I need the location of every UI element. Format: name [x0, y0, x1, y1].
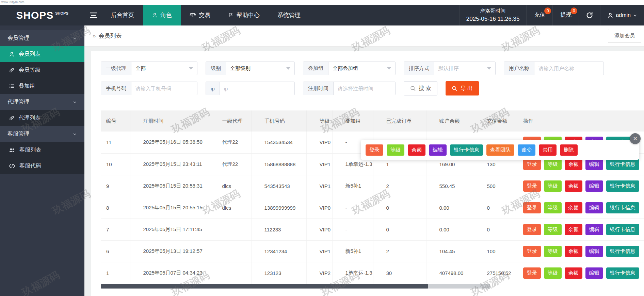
popup-action-change-button[interactable]: 账变 — [518, 144, 535, 156]
phone-input[interactable] — [131, 82, 207, 95]
popup-action-login-button[interactable]: 登录 — [366, 144, 383, 156]
action-login-button[interactable]: 登录 — [523, 267, 541, 279]
nav-item-角色[interactable]: 角色 — [143, 5, 181, 25]
sidebar-group-label: 会员管理 — [7, 35, 29, 42]
admin-menu[interactable]: admin — [600, 5, 644, 25]
close-icon[interactable]: ✕ — [630, 133, 641, 144]
cell-actions: 登录等级余额编辑银行卡信息 — [510, 175, 644, 197]
action-balance-button[interactable]: 余额 — [565, 246, 582, 257]
action-level-button[interactable]: 等级 — [544, 180, 562, 192]
cell-phone: 123123 — [251, 262, 306, 284]
action-balance-button[interactable]: 余额 — [565, 267, 582, 279]
action-bank-button[interactable]: 银行卡信息 — [606, 267, 639, 279]
users-icon — [9, 147, 15, 153]
action-edit-button[interactable]: 编辑 — [585, 246, 603, 257]
action-level-button[interactable]: 等级 — [544, 267, 562, 279]
action-edit-button[interactable]: 编辑 — [585, 267, 603, 279]
filter-level-label: 级别 — [206, 62, 226, 75]
action-bank-button[interactable]: 银行卡信息 — [606, 224, 639, 235]
cell-orders: 30 — [373, 262, 426, 284]
sidebar-group-客服管理[interactable]: 客服管理 — [0, 126, 84, 142]
popup-action-bank-button[interactable]: 银行卡信息 — [450, 144, 483, 156]
cell-level: VIP1 — [306, 240, 332, 262]
popup-action-delete-button[interactable]: 删除 — [560, 144, 578, 156]
scrollbar-thumb[interactable] — [101, 284, 428, 289]
nav-item-帮助中心[interactable]: 帮助中心 — [219, 5, 269, 25]
filter-row-1: 一级代理 全部 级别 全部级别 叠加组 全部叠加组 排序方式 默认排序 — [101, 62, 644, 75]
recharge-button[interactable]: 充值 0 — [526, 5, 552, 25]
action-edit-button[interactable]: 编辑 — [585, 180, 603, 192]
nav-item-系统管理[interactable]: 系统管理 — [269, 5, 309, 25]
popup-action-edit-button[interactable]: 编辑 — [429, 144, 447, 156]
username-input[interactable] — [534, 62, 610, 75]
export-label: 导 出 — [460, 85, 472, 92]
cell-balance: 0.00 — [426, 219, 474, 240]
export-button[interactable]: 导 出 — [446, 81, 479, 95]
content-card: 一级代理 全部 级别 全部级别 叠加组 全部叠加组 排序方式 默认排序 — [91, 51, 644, 296]
action-bank-button[interactable]: 银行卡信息 — [606, 159, 639, 170]
sidebar-item-label: 会员等级 — [19, 67, 41, 74]
action-bank-button[interactable]: 银行卡信息 — [606, 180, 639, 192]
action-login-button[interactable]: 登录 — [523, 202, 541, 213]
sidebar-item-代理列表[interactable]: 代理列表 — [0, 110, 84, 126]
sidebar-item-会员等级[interactable]: 会员等级 — [0, 62, 84, 78]
action-level-button[interactable]: 等级 — [544, 224, 562, 235]
cell-actions: 登录等级余额编辑银行卡信息 — [510, 197, 644, 219]
withdraw-badge: 0 — [570, 7, 577, 14]
filter-level-select[interactable]: 级别 全部级别 — [206, 62, 295, 75]
top-nav: 后台首页角色交易帮助中心系统管理 — [102, 5, 309, 25]
search-label: 搜 索 — [419, 85, 431, 92]
nav-item-交易[interactable]: 交易 — [181, 5, 219, 25]
action-login-button[interactable]: 登录 — [523, 159, 541, 170]
cell-recharge: 0 — [474, 197, 510, 219]
sidebar-group-代理管理[interactable]: 代理管理 — [0, 94, 84, 110]
main-content: » 会员列表 添加会员 一级代理 全部 级别 全部级别 叠加组 — [84, 25, 644, 296]
breadcrumb-arrow-icon: » — [93, 33, 96, 39]
action-edit-button[interactable]: 编辑 — [585, 202, 603, 213]
link-icon — [9, 67, 15, 73]
regtime-input[interactable] — [334, 82, 409, 95]
action-balance-button[interactable]: 余额 — [565, 159, 582, 170]
popup-action-balance-button[interactable]: 余额 — [408, 144, 425, 156]
column-header-手机号码: 手机号码 — [251, 110, 306, 132]
nav-item-后台首页[interactable]: 后台首页 — [102, 5, 143, 25]
scrollbar-track[interactable] — [428, 284, 490, 289]
sidebar-item-会员列表[interactable]: 会员列表 — [0, 46, 84, 62]
action-login-button[interactable]: 登录 — [523, 180, 541, 192]
filter-group-select[interactable]: 叠加组 全部叠加组 — [303, 62, 396, 75]
sidebar-item-客服代码[interactable]: 客服代码 — [0, 158, 84, 174]
action-level-button[interactable]: 等级 — [544, 246, 562, 257]
cell-balance: 407498.00 — [426, 262, 474, 284]
action-level-button[interactable]: 等级 — [544, 159, 562, 170]
ip-input[interactable] — [220, 82, 296, 95]
action-login-button[interactable]: 登录 — [523, 224, 541, 235]
popup-action-disable-button[interactable]: 禁用 — [539, 144, 557, 156]
menu-toggle-icon[interactable] — [84, 5, 102, 25]
chevron-down-icon — [73, 100, 77, 104]
sidebar-group-会员管理[interactable]: 会员管理 — [0, 30, 84, 46]
sidebar-item-叠加组[interactable]: 叠加组 — [0, 78, 84, 94]
cell-orders: 2 — [373, 240, 426, 262]
action-balance-button[interactable]: 余额 — [565, 224, 582, 235]
cell-phone: 13899999999 — [251, 197, 306, 219]
filter-sort-select[interactable]: 排序方式 默认排序 — [404, 62, 496, 75]
link-icon — [9, 115, 15, 121]
refresh-icon[interactable] — [579, 5, 600, 25]
action-edit-button[interactable]: 编辑 — [585, 224, 603, 235]
filter-agent-select[interactable]: 一级代理 全部 — [101, 62, 197, 75]
action-edit-button[interactable]: 编辑 — [585, 159, 603, 170]
sidebar-item-客服列表[interactable]: 客服列表 — [0, 142, 84, 158]
action-balance-button[interactable]: 余额 — [565, 180, 582, 192]
cell-id: 8 — [101, 197, 130, 219]
popup-action-level-button[interactable]: 等级 — [387, 144, 404, 156]
action-bank-button[interactable]: 银行卡信息 — [606, 246, 639, 257]
action-login-button[interactable]: 登录 — [523, 246, 541, 257]
withdraw-button[interactable]: 提现 0 — [552, 5, 579, 25]
add-member-button[interactable]: 添加会员 — [608, 29, 641, 43]
popup-action-team-button[interactable]: 查看团队 — [486, 144, 514, 156]
action-bank-button[interactable]: 银行卡信息 — [606, 202, 639, 213]
cell-agent: dlcs — [209, 197, 251, 219]
export-search-icon — [452, 86, 457, 91]
action-level-button[interactable]: 等级 — [544, 202, 562, 213]
action-balance-button[interactable]: 余额 — [565, 202, 582, 213]
